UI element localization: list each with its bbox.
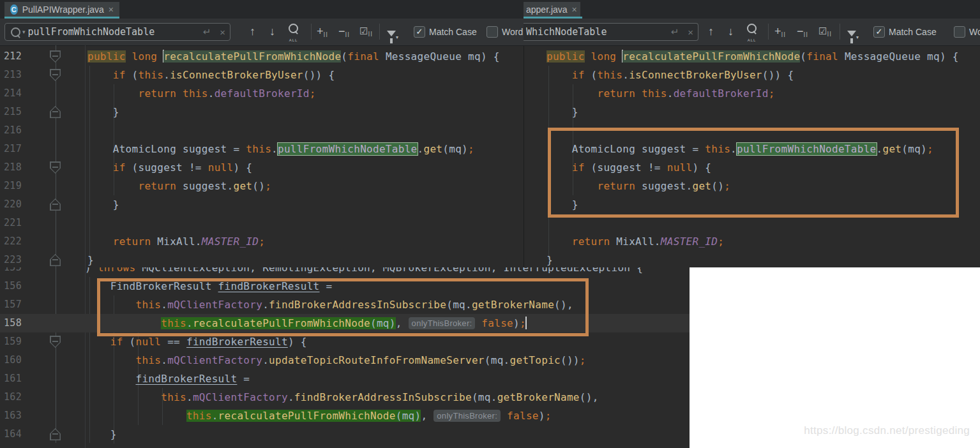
next-occurrence-button[interactable]: ↓ (728, 24, 734, 38)
left-tab-bar: C PullAPIWrapper.java × (0, 0, 524, 19)
newline-icon[interactable]: ↵ (199, 26, 216, 38)
fold-marker[interactable] (50, 69, 61, 81)
code-line-163[interactable]: 163 this.recalculatePullFromWhichNode(mq… (0, 407, 690, 425)
code-text[interactable]: ) throws MQClientException, RemotingExce… (85, 267, 643, 277)
match-case-checkbox[interactable]: ✓ (873, 26, 885, 38)
code-line-223[interactable]: } (524, 251, 980, 267)
code-text[interactable]: } (547, 103, 578, 121)
line-number: 163 (4, 407, 42, 425)
code-line-161[interactable]: 161 findBrokerResult = (0, 370, 690, 388)
clear-search-icon[interactable]: × (215, 27, 230, 38)
add-selection-button[interactable]: +II (317, 24, 328, 42)
code-text[interactable]: this.recalculatePullFromWhichNode(mq), o… (85, 407, 552, 425)
code-text[interactable]: return MixAll.MASTER_ID; (87, 232, 265, 251)
match-case-label[interactable]: Match Case (429, 27, 477, 37)
code-line-217[interactable]: 217 AtomicLong suggest = this.pullFromWh… (0, 140, 524, 158)
code-text[interactable]: this.mQClientFactory.findBrokerAddressIn… (85, 388, 599, 407)
previous-occurrence-button[interactable]: ↑ (708, 24, 714, 38)
line-number: 156 (4, 277, 42, 295)
code-line-213[interactable]: 213 if (this.isConnectBrokerByUser()) { (0, 66, 524, 84)
code-text[interactable]: } (87, 103, 119, 121)
search-input[interactable] (26, 26, 199, 38)
add-selection-button[interactable]: +II (774, 24, 786, 42)
code-line-160[interactable]: 160 this.mQClientFactory.updateTopicRout… (0, 351, 690, 370)
code-text[interactable]: if (suggest != null) { (87, 158, 252, 177)
select-all-occurrences-button[interactable]: ☑II (818, 24, 832, 41)
find-all-button[interactable]: ALL (289, 24, 298, 47)
search-icon[interactable]: ▾ (5, 27, 26, 37)
code-line-214[interactable]: 214 return this.defaultBrokerId; (0, 84, 524, 103)
code-text[interactable]: public long recalculatePullFromWhichNode… (547, 47, 959, 66)
code-text[interactable]: public long recalculatePullFromWhichNode… (87, 47, 500, 66)
code-line-212[interactable]: 212public long recalculatePullFromWhichN… (0, 47, 524, 66)
code-text[interactable]: } (547, 251, 553, 267)
search-field[interactable]: ↵ × (524, 23, 698, 41)
watermark: https://blog.csdn.net/prestigeding (804, 424, 970, 437)
clear-search-icon[interactable]: × (683, 27, 698, 38)
code-text[interactable]: if (this.isConnectBrokerByUser()) { (87, 66, 335, 84)
fold-marker[interactable] (50, 254, 61, 266)
search-input[interactable] (524, 26, 667, 38)
fold-marker[interactable] (50, 161, 61, 174)
filter-button[interactable]: ▾ (387, 24, 398, 45)
tab-pullapiwrapper-cut[interactable]: apper.java × (524, 2, 580, 17)
code-line-213[interactable]: if (this.isConnectBrokerByUser()) { (524, 66, 980, 84)
newline-icon[interactable]: ↵ (667, 26, 684, 38)
code-line-214[interactable]: return this.defaultBrokerId; (524, 84, 980, 103)
select-all-occurrences-button[interactable]: ☑II (359, 24, 373, 41)
find-all-button[interactable]: ALL (747, 24, 757, 47)
code-text[interactable]: } (87, 251, 94, 267)
line-number: 158 (4, 314, 42, 332)
tab-close-icon[interactable]: × (109, 5, 114, 14)
tab-pullapiwrapper[interactable]: C PullAPIWrapper.java × (4, 2, 119, 17)
code-line-216[interactable]: 216 (0, 121, 524, 140)
code-line-215[interactable]: 215 } (0, 103, 524, 121)
code-line-219[interactable]: 219 return suggest.get(); (0, 177, 524, 195)
code-text[interactable]: if (this.isConnectBrokerByUser()) { (547, 66, 794, 84)
code-line-222[interactable]: 222 return MixAll.MASTER_ID; (0, 232, 524, 251)
code-text[interactable]: this.mQClientFactory.updateTopicRouteInf… (85, 351, 586, 370)
code-line-155[interactable]: 155) throws MQClientException, RemotingE… (0, 267, 690, 277)
word-label[interactable]: Word (502, 27, 523, 37)
code-line-222[interactable]: return MixAll.MASTER_ID; (524, 232, 980, 251)
search-field[interactable]: ▾ ↵ × (4, 23, 230, 41)
code-line-223[interactable]: 223} (0, 251, 524, 267)
fold-marker[interactable] (50, 428, 61, 440)
match-case-checkbox[interactable]: ✓ (414, 26, 425, 38)
left-search-toolbar: ▾ ↵ × ↑ ↓ ALL +II −II ☑II ▾ ✓ Match Case… (0, 19, 524, 46)
tab-close-icon[interactable]: × (572, 5, 577, 14)
fold-marker[interactable] (50, 106, 61, 118)
line-number: 160 (4, 351, 42, 370)
code-text[interactable]: findBrokerResult = (85, 370, 250, 388)
fold-marker[interactable] (50, 50, 61, 63)
code-line-165[interactable]: 165 (0, 444, 690, 448)
code-text[interactable]: return this.defaultBrokerId; (87, 84, 316, 103)
word-label[interactable]: Word (969, 27, 980, 37)
remove-selection-button[interactable]: −II (338, 24, 350, 42)
code-line-164[interactable]: 164 } (0, 425, 690, 444)
word-checkbox[interactable] (954, 26, 965, 38)
code-line-220[interactable]: 220 } (0, 195, 524, 214)
code-text[interactable]: return this.defaultBrokerId; (547, 84, 775, 103)
line-number: 164 (4, 425, 42, 444)
word-checkbox[interactable] (486, 26, 498, 38)
code-line-218[interactable]: 218 if (suggest != null) { (0, 158, 524, 177)
previous-occurrence-button[interactable]: ↑ (250, 24, 255, 38)
code-text[interactable]: return suggest.get(); (87, 177, 271, 195)
code-line-162[interactable]: 162 this.mQClientFactory.findBrokerAddre… (0, 388, 690, 407)
code-text[interactable]: AtomicLong suggest = this.pullFromWhichN… (87, 140, 474, 158)
match-case-label[interactable]: Match Case (889, 27, 937, 37)
code-text[interactable]: } (87, 195, 119, 214)
filter-button[interactable]: ▾ (847, 24, 859, 45)
code-line-215[interactable]: } (524, 103, 980, 121)
fold-marker[interactable] (50, 336, 61, 348)
left-editor[interactable]: 212public long recalculatePullFromWhichN… (0, 45, 524, 267)
fold-marker[interactable] (50, 198, 61, 211)
remove-selection-button[interactable]: −II (797, 24, 808, 42)
code-text[interactable]: } (85, 425, 117, 444)
code-text[interactable]: return MixAll.MASTER_ID; (547, 232, 724, 251)
annotation-box-right (548, 128, 959, 218)
code-line-212[interactable]: public long recalculatePullFromWhichNode… (524, 47, 980, 66)
code-line-221[interactable]: 221 (0, 214, 524, 232)
next-occurrence-button[interactable]: ↓ (269, 24, 275, 38)
